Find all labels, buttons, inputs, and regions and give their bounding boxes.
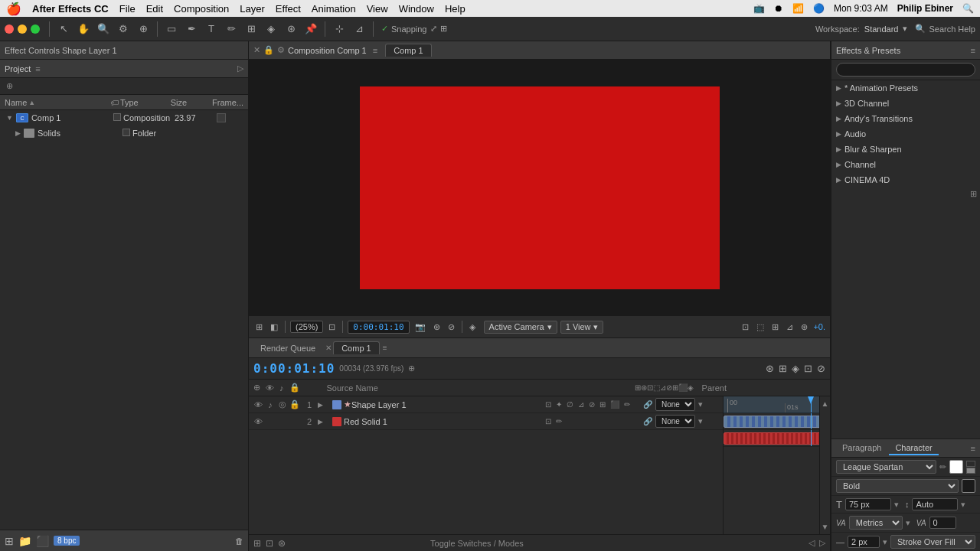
tl-footer-icon2[interactable]: ⊡	[266, 538, 273, 549]
char-menu-icon[interactable]: ≡	[971, 444, 975, 453]
menubar-view[interactable]: View	[367, 3, 388, 15]
3d-icon[interactable]: ⊛	[431, 322, 443, 332]
camera-tool[interactable]: ⚙	[114, 20, 132, 38]
brush-tool[interactable]: ✏	[222, 20, 240, 38]
effects-item-channel[interactable]: ▶ Channel	[831, 157, 980, 172]
quality-icon[interactable]: ◈	[467, 322, 478, 332]
tab-close-icon[interactable]: ✕	[325, 344, 332, 352]
transparency-icon[interactable]: ⊘	[446, 322, 457, 332]
menubar-search-icon[interactable]: 🔍	[962, 3, 974, 14]
layer-row-2[interactable]: 👁 ♪ ◎ 🔒 2 ▶ Red Solid 1 ⊡ ✏ 🔗	[249, 413, 723, 430]
camera-icon[interactable]: 📷	[413, 322, 428, 332]
eraser-tool[interactable]: ◈	[262, 20, 280, 38]
layer-collapse-icon[interactable]: ▶	[318, 401, 330, 409]
view-selector[interactable]: 1 View ▾	[560, 321, 603, 334]
switch-icon[interactable]: ⊡	[544, 400, 553, 409]
tl-footer-left-bracket[interactable]: ◁	[808, 538, 815, 548]
menubar-layer[interactable]: Layer	[240, 3, 265, 15]
workspace-selector[interactable]: Workspace: Standard ▾	[815, 24, 908, 34]
stroke-type-select[interactable]: Stroke Over Fill	[890, 535, 975, 549]
font-family-select[interactable]: League Spartan	[836, 460, 936, 474]
layer-vis-icon[interactable]: 👁	[252, 417, 264, 426]
tracking-input[interactable]	[929, 517, 956, 529]
effects-grid-icon[interactable]: ⊞	[970, 189, 977, 199]
delete-icon[interactable]: 🗑	[235, 536, 243, 546]
layer-lock-icon[interactable]: 🔒	[289, 399, 301, 409]
effects-search-input[interactable]	[836, 63, 975, 77]
font-size-input[interactable]	[845, 498, 891, 510]
swatch-dark[interactable]	[966, 461, 975, 467]
project-menu-icon[interactable]: ≡	[35, 64, 40, 73]
switch-icon[interactable]: ⊡	[544, 417, 553, 425]
rect-tool[interactable]: ▭	[162, 20, 181, 38]
project-search-input[interactable]	[16, 82, 242, 91]
new-comp-icon[interactable]: ⊞	[5, 535, 14, 547]
layer-audio-icon[interactable]: ♪	[264, 400, 276, 409]
tl-vis-icon[interactable]: 👁	[264, 383, 276, 393]
timeline-search-icon[interactable]: ⊕	[408, 364, 415, 373]
viewer-mask-icon[interactable]: ⬚	[754, 322, 766, 332]
pin-tool[interactable]: 📌	[302, 20, 320, 38]
effects-item-audio[interactable]: ▶ Audio	[831, 126, 980, 142]
layer-collapse-icon[interactable]: ▶	[318, 418, 330, 425]
effects-item-anim-presets[interactable]: ▶ * Animation Presets	[831, 80, 980, 96]
tl-solo-icon[interactable]: ⊕	[252, 383, 262, 393]
swatch-gray[interactable]	[966, 468, 975, 474]
leading-chevron-icon[interactable]: ▾	[961, 500, 965, 510]
parent-dropdown-1[interactable]: None	[655, 398, 695, 411]
timeline-timecode[interactable]: 0:00:01:10	[253, 361, 335, 376]
kerning-chevron-icon[interactable]: ▾	[906, 518, 910, 528]
menubar-animation[interactable]: Animation	[312, 3, 356, 15]
stroke-chevron-icon[interactable]: ▾	[883, 537, 887, 547]
layer-row-1[interactable]: 👁 ♪ ◎ 🔒 1 ▶ ★ Shape Layer 1 ⊡ ✦ ∅	[249, 396, 723, 413]
anchor-tool[interactable]: ⊹	[330, 20, 348, 38]
menubar-user[interactable]: Philip Ebiner	[897, 3, 953, 14]
tl-motion-blur-icon[interactable]: ⊛	[766, 363, 774, 374]
font-pencil-icon[interactable]: ✏	[939, 462, 946, 472]
switch-icon[interactable]: ⊞	[598, 400, 607, 409]
switch-icon[interactable]: ∅	[565, 400, 575, 409]
tl-footer-right-bracket[interactable]: ▷	[819, 538, 825, 548]
tab-comp1-menu-icon[interactable]: ≡	[383, 344, 387, 352]
effects-item-3d-channel[interactable]: ▶ 3D Channel	[831, 96, 980, 111]
menubar-edit[interactable]: Edit	[146, 3, 163, 15]
timeline-scrollbar[interactable]: ▲ ▼	[819, 396, 830, 534]
tl-graph-icon[interactable]: ⊡	[804, 363, 812, 374]
snapping-control[interactable]: ✓ Snapping ⤢ ⊞	[381, 24, 447, 34]
viewer-overlay2-icon[interactable]: ⊛	[799, 322, 810, 332]
edit-pencil-icon[interactable]: ✏	[622, 400, 632, 409]
search-help[interactable]: 🔍 Search Help	[915, 24, 975, 34]
fit-icon[interactable]: ⊡	[326, 322, 338, 332]
menubar-app-name[interactable]: After Effects CC	[32, 3, 109, 15]
tl-lock-icon[interactable]: 🔒	[288, 383, 302, 393]
menubar-window[interactable]: Window	[399, 3, 434, 15]
font-stroke-color[interactable]	[962, 479, 975, 493]
table-row[interactable]: ▼ C Comp 1 Composition 23.97	[0, 110, 248, 126]
orbit-tool[interactable]: ⊕	[134, 20, 152, 38]
effects-presets-menu-icon[interactable]: ≡	[971, 46, 975, 55]
switch-icon[interactable]: ✦	[554, 400, 564, 409]
apple-icon[interactable]: 🍎	[6, 2, 21, 16]
pen-tool[interactable]: ✒	[182, 20, 201, 38]
footage-icon[interactable]: ⬛	[36, 535, 49, 547]
track-bar-shape[interactable]	[724, 416, 830, 428]
track-bar-solid[interactable]	[724, 432, 830, 445]
zoom-selector[interactable]: (25%)	[290, 321, 323, 333]
menubar-effect[interactable]: Effect	[276, 3, 301, 15]
footer-switches-label[interactable]: Toggle Switches / Modes	[430, 539, 524, 548]
bpc-badge[interactable]: 8 bpc	[54, 536, 80, 546]
parent-expand-icon[interactable]: ▾	[698, 399, 703, 409]
viewer-snap-icon[interactable]: ⊡	[740, 322, 751, 332]
leading-input[interactable]	[912, 498, 958, 510]
font-color-white[interactable]	[949, 460, 963, 474]
hand-tool[interactable]: ✋	[74, 20, 93, 38]
viewer-comp-icon[interactable]: ⊞	[769, 322, 781, 332]
tab-comp1[interactable]: Comp 1	[333, 341, 380, 354]
viewer-reset-icon[interactable]: ⊿	[784, 322, 795, 332]
project-expand-icon[interactable]: ▷	[237, 64, 243, 73]
menubar-file[interactable]: File	[119, 3, 136, 15]
viewer-grid-icon[interactable]: ⊞	[253, 322, 265, 332]
tl-audio-icon[interactable]: ♪	[278, 383, 286, 393]
tl-frame-blend-icon[interactable]: ◈	[792, 363, 799, 374]
layer-vis-icon[interactable]: 👁	[252, 400, 264, 409]
